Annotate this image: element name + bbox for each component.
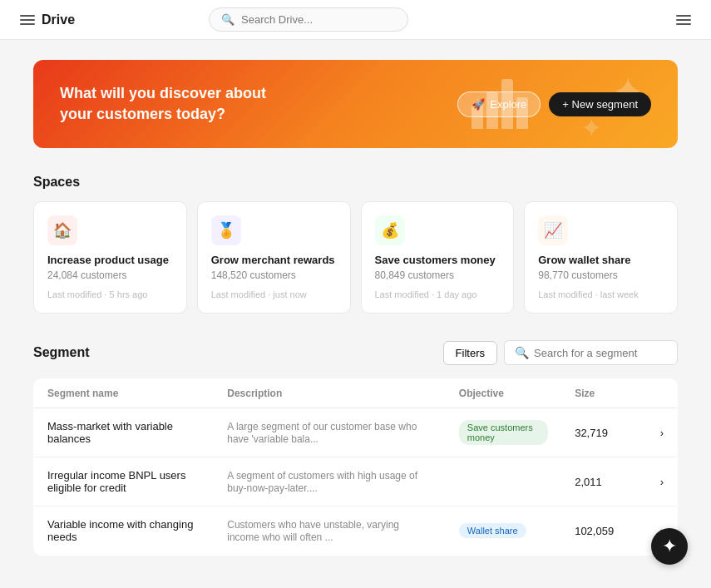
space-icon-1: 🏅 — [211, 215, 241, 245]
space-customers-2: 80,849 customers — [375, 269, 501, 281]
space-card-1[interactable]: 🏅 Grow merchant rewards 148,520 customer… — [197, 201, 351, 314]
row-2-size: 102,059 — [561, 506, 639, 556]
segment-controls: Filters 🔍 — [443, 340, 678, 365]
banner-actions: 🚀 Explore + New segment — [457, 91, 651, 117]
row-1-size: 2,011 — [561, 457, 639, 506]
app-title: Drive — [42, 12, 75, 27]
space-modified-3: Last modified · last week — [538, 289, 664, 299]
segment-search-bar[interactable]: 🔍 — [504, 340, 678, 365]
promo-banner: What will you discover about your custom… — [33, 60, 678, 148]
space-icon-2: 💰 — [375, 215, 405, 245]
space-customers-3: 98,770 customers — [538, 269, 664, 281]
spaces-title: Spaces — [33, 175, 678, 190]
table-row[interactable]: Variable income with changing needs Cust… — [34, 506, 678, 556]
table-body: Mass-market with variable balances A lar… — [34, 408, 678, 556]
new-segment-button[interactable]: + New segment — [549, 92, 651, 116]
space-name-3: Grow wallet share — [538, 254, 664, 266]
explore-button[interactable]: 🚀 Explore — [457, 91, 541, 117]
row-0-objective: Save customers money — [459, 420, 548, 445]
row-1-desc: A segment of customers with high usage o… — [227, 470, 417, 494]
fab-icon: ✦ — [662, 536, 677, 557]
segment-title: Segment — [33, 345, 90, 360]
segment-search-icon: 🔍 — [515, 346, 529, 359]
row-1-chevron[interactable]: › — [639, 457, 677, 506]
sparkle-icon-small: ✦ — [580, 112, 603, 144]
table-header: Segment name Description Objective Size — [34, 379, 678, 408]
row-2-desc: Customers who have unstable, varying inc… — [227, 519, 399, 543]
segment-header: Segment Filters 🔍 — [33, 340, 678, 365]
hamburger-icon[interactable] — [20, 15, 35, 25]
col-description: Description — [214, 379, 446, 408]
col-segment-name: Segment name — [34, 379, 215, 408]
explore-label: Explore — [490, 98, 526, 111]
main-content: What will you discover about your custom… — [0, 40, 711, 576]
space-modified-2: Last modified · 1 day ago — [375, 289, 501, 299]
banner-text: What will you discover about your custom… — [60, 83, 276, 125]
banner-headline: What will you discover about your custom… — [60, 83, 276, 125]
spaces-grid: 🏠 Increase product usage 24,084 customer… — [33, 201, 678, 314]
row-0-desc: A large segment of our customer base who… — [227, 421, 417, 445]
space-icon-0: 🏠 — [47, 215, 77, 245]
filters-button[interactable]: Filters — [443, 341, 497, 365]
space-name-0: Increase product usage — [47, 254, 173, 266]
col-objective: Objective — [446, 379, 561, 408]
row-2-objective: Wallet share — [459, 523, 526, 538]
explore-icon: 🚀 — [472, 98, 485, 111]
table-row[interactable]: Irregular income BNPL users eligible for… — [34, 457, 678, 506]
more-menu-icon[interactable] — [676, 15, 691, 25]
row-0-chevron[interactable]: › — [639, 408, 677, 457]
row-0-size: 32,719 — [561, 408, 639, 457]
space-modified-1: Last modified · just now — [211, 289, 337, 299]
space-name-2: Save customers money — [375, 254, 501, 266]
space-customers-0: 24,084 customers — [47, 269, 173, 281]
row-1-name: Irregular income BNPL users eligible for… — [47, 469, 185, 494]
search-input[interactable] — [241, 13, 396, 26]
segment-table: Segment name Description Objective Size … — [33, 378, 678, 556]
spaces-section: Spaces 🏠 Increase product usage 24,084 c… — [33, 175, 678, 314]
app-header: Drive 🔍 — [0, 0, 711, 40]
row-1-objective — [446, 457, 561, 506]
space-icon-3: 📈 — [538, 215, 568, 245]
row-0-name: Mass-market with variable balances — [47, 420, 173, 445]
col-size: Size — [561, 379, 639, 408]
col-action — [639, 379, 677, 408]
new-segment-label: + New segment — [562, 98, 638, 111]
search-bar[interactable]: 🔍 — [209, 7, 408, 32]
space-name-1: Grow merchant rewards — [211, 254, 337, 266]
space-card-2[interactable]: 💰 Save customers money 80,849 customers … — [361, 201, 515, 314]
segment-search-input[interactable] — [534, 347, 667, 359]
space-modified-0: Last modified · 5 hrs ago — [47, 289, 173, 299]
space-card-3[interactable]: 📈 Grow wallet share 98,770 customers Las… — [524, 201, 678, 314]
space-customers-1: 148,520 customers — [211, 269, 337, 281]
space-card-0[interactable]: 🏠 Increase product usage 24,084 customer… — [33, 201, 187, 314]
logo: Drive — [20, 12, 75, 27]
fab-button[interactable]: ✦ — [651, 528, 688, 565]
table-row[interactable]: Mass-market with variable balances A lar… — [34, 408, 678, 457]
row-2-name: Variable income with changing needs — [47, 518, 193, 543]
search-icon: 🔍 — [221, 13, 235, 26]
segment-section: Segment Filters 🔍 Segment name Descripti… — [33, 340, 678, 556]
